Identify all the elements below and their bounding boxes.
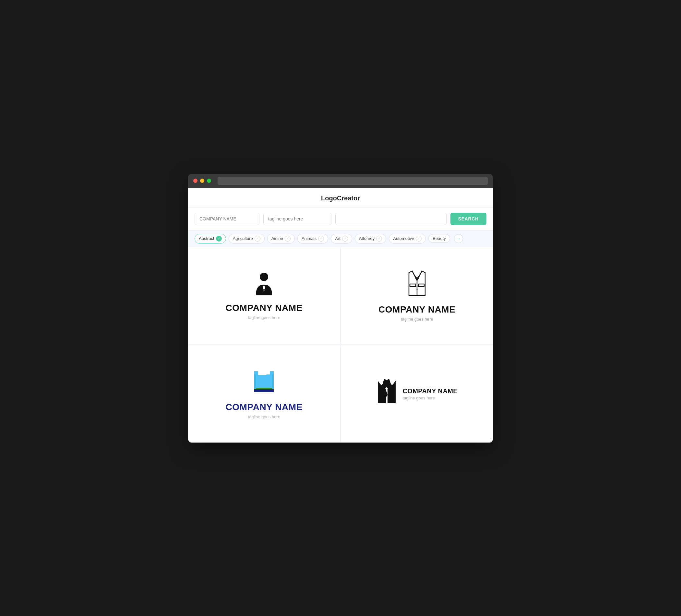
close-button[interactable] [193,179,198,183]
logo-grid: COMPANY NAME tagline goes here [188,247,493,442]
app-body: LogoCreator SEARCH Abstract ✓ Agricultur… [188,188,493,442]
category-pill-art[interactable]: Art ✓ [331,234,352,243]
browser-titlebar [188,174,493,188]
company-name-input[interactable] [195,213,259,225]
category-label: Abstract [199,236,215,241]
search-bar: SEARCH [188,207,493,230]
svg-rect-16 [272,375,274,389]
svg-rect-13 [254,389,274,392]
svg-point-7 [417,286,418,287]
category-check-art: ✓ [342,236,348,241]
minimize-button[interactable] [200,179,204,183]
extra-input[interactable] [335,213,447,225]
category-pill-attorney[interactable]: Attorney ✓ [355,234,386,243]
dark-suit-icon [376,378,397,404]
logo-card-2[interactable]: COMPANY NAME tagline goes here [341,247,493,344]
category-next-arrow[interactable]: → [454,234,463,243]
svg-rect-15 [254,375,256,389]
jersey-icon [251,369,277,396]
logo-company-name-1: COMPANY NAME [226,303,303,313]
category-check-automotive: ✓ [416,236,422,241]
logo-tagline-4: tagline goes here [402,395,458,401]
category-label: Attorney [359,236,375,241]
maximize-button[interactable] [207,179,211,183]
svg-point-8 [417,289,418,290]
category-check-agriculture: ✓ [255,236,260,241]
logo-tagline-2: tagline goes here [401,317,433,322]
category-label: Airline [272,236,283,241]
svg-rect-5 [418,284,424,287]
category-check-attorney: ✓ [376,236,382,241]
tagline-input[interactable] [263,213,331,225]
category-label: Agriculture [233,236,253,241]
svg-point-6 [417,283,418,284]
logo-horizontal-layout: COMPANY NAME tagline goes here [376,378,458,410]
category-label: Beauty [433,236,446,241]
category-pill-abstract[interactable]: Abstract ✓ [195,234,226,243]
svg-rect-12 [258,370,267,375]
svg-rect-14 [254,388,274,389]
logo-card-1[interactable]: COMPANY NAME tagline goes here [188,247,340,344]
category-pill-animals[interactable]: Animals ✓ [297,234,328,243]
logo-card-3[interactable]: COMPANY NAME tagline goes here [188,345,340,442]
suit-outline-icon [404,270,430,299]
logo-text-group-4: COMPANY NAME tagline goes here [402,387,458,401]
logo-tagline-1: tagline goes here [248,315,280,320]
browser-window: LogoCreator SEARCH Abstract ✓ Agricultur… [188,174,493,442]
category-pill-airline[interactable]: Airline ✓ [267,234,295,243]
logo-tagline-3: tagline goes here [248,414,280,419]
person-icon [253,271,275,297]
category-label: Automotive [393,236,414,241]
svg-rect-4 [410,284,416,287]
logo-card-4[interactable]: COMPANY NAME tagline goes here [341,345,493,442]
logo-company-name-3: COMPANY NAME [226,402,303,412]
category-check-airline: ✓ [285,236,291,241]
category-label: Art [335,236,340,241]
app-title: LogoCreator [321,195,360,202]
category-pill-beauty[interactable]: Beauty [428,234,450,243]
category-bar: Abstract ✓ Agriculture ✓ Airline ✓ Anima… [188,230,493,247]
category-label: Animals [302,236,317,241]
category-pill-automotive[interactable]: Automotive ✓ [389,234,426,243]
category-check-animals: ✓ [318,236,324,241]
logo-company-name-4: COMPANY NAME [402,387,458,395]
search-button[interactable]: SEARCH [450,213,486,225]
url-bar[interactable] [218,177,488,185]
category-check-abstract: ✓ [216,236,222,241]
category-pill-agriculture[interactable]: Agriculture ✓ [229,234,264,243]
logo-company-name-2: COMPANY NAME [378,304,455,315]
svg-point-0 [260,273,268,281]
app-header: LogoCreator [188,188,493,207]
